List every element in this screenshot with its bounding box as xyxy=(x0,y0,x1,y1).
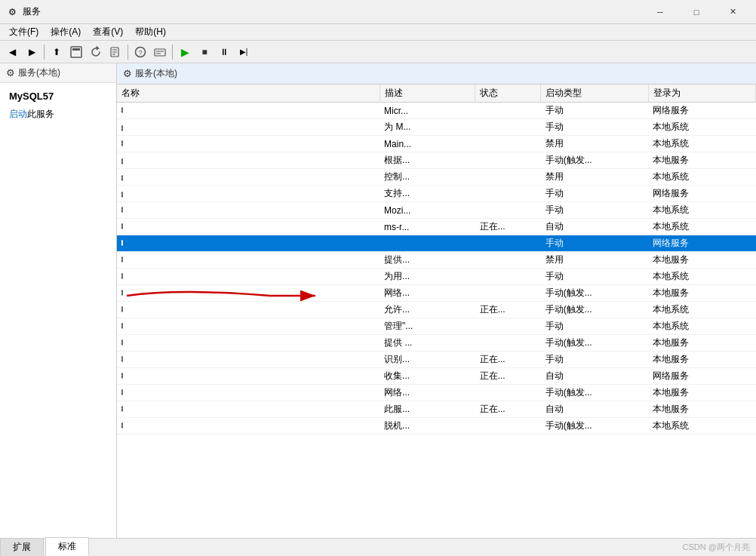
selected-service-title: MySQL57 xyxy=(9,91,107,102)
service-startup: 手动(触发... xyxy=(541,335,648,352)
service-desc xyxy=(380,235,475,252)
left-panel-title: 服务(本地) xyxy=(18,66,60,79)
menu-bar: 文件(F) 操作(A) 查看(V) 帮助(H) xyxy=(0,24,756,41)
service-status xyxy=(475,136,541,152)
properties-button[interactable] xyxy=(151,43,169,61)
table-row[interactable]: Microsoft Windows SMS 路... 根据... 手动(触发..… xyxy=(117,152,756,169)
table-row[interactable]: Microsoft 云标识服务 支持... 手动 网络服务 xyxy=(117,186,756,202)
service-startup: 自动 xyxy=(541,219,648,235)
service-desc: Main... xyxy=(380,136,475,152)
restart-service-button[interactable]: ▶| xyxy=(235,43,253,61)
col-header-startup[interactable]: 启动类型 xyxy=(541,84,648,103)
bottom-tabs: 扩展 标准 xyxy=(0,538,756,556)
tab-standard[interactable]: 标准 xyxy=(45,537,89,556)
service-desc: 允许... xyxy=(380,302,475,318)
col-header-status[interactable]: 状态 xyxy=(475,84,541,103)
service-login: 本地服务 xyxy=(648,385,755,401)
forward-button[interactable]: ▶ xyxy=(23,43,41,61)
table-row[interactable]: Network Location Awarene... 收集... 正在... … xyxy=(117,368,756,385)
service-login: 本地服务 xyxy=(648,152,755,169)
table-row[interactable]: Network List Service 识别... 正在... 手动 本地服务 xyxy=(117,352,756,368)
service-status xyxy=(475,318,541,335)
service-name: Microsoft 云标识服务 xyxy=(117,186,123,201)
col-header-login[interactable]: 登录为 xyxy=(648,84,755,103)
service-status xyxy=(475,269,541,285)
window-title: 服务 xyxy=(23,5,643,18)
menu-file[interactable]: 文件(F) xyxy=(3,24,45,40)
pause-service-button[interactable]: ⏸ xyxy=(215,43,233,61)
stop-service-button[interactable]: ■ xyxy=(195,43,214,61)
show-hide-button[interactable] xyxy=(67,43,85,61)
services-list: 名称 描述 状态 启动类型 登录为 Microsoft Storage Spac… xyxy=(117,84,756,435)
minimize-button[interactable]: ─ xyxy=(643,0,678,24)
table-row[interactable]: Microsoft Storage Spaces S... Micr... 手动… xyxy=(117,103,756,119)
table-row[interactable]: Microsoft Update Health S... Main... 禁用 … xyxy=(117,136,756,152)
service-desc: 此服... xyxy=(380,401,475,418)
table-row[interactable]: MySQL57 手动 网络服务 xyxy=(117,235,756,252)
service-name: Network Setup Service xyxy=(117,385,123,398)
table-row[interactable]: Network Connection Broker 允许... 正在... 手动… xyxy=(117,302,756,318)
maximize-button[interactable]: □ xyxy=(679,0,714,24)
service-login: 本地系统 xyxy=(648,318,755,335)
left-panel-icon: ⚙ xyxy=(6,67,15,78)
table-row[interactable]: Network Connections 管理"... 手动 本地系统 xyxy=(117,318,756,335)
table-row[interactable]: Network Setup Service 网络... 手动(触发... 本地服… xyxy=(117,385,756,401)
close-button[interactable]: ✕ xyxy=(715,0,750,24)
up-button[interactable]: ⬆ xyxy=(48,43,66,61)
service-login: 本地系统 xyxy=(648,269,755,285)
menu-help[interactable]: 帮助(H) xyxy=(129,24,172,40)
table-row[interactable]: Microsoft 键盘筛选器 控制... 禁用 本地系统 xyxy=(117,169,756,186)
col-header-name[interactable]: 名称 xyxy=(117,84,380,103)
table-row[interactable]: Netlogon 为用... 手动 本地系统 xyxy=(117,269,756,285)
service-name: Netlogon xyxy=(117,269,123,282)
table-row[interactable]: Offline Files 脱机... 手动(触发... 本地系统 xyxy=(117,418,756,435)
service-login: 网络服务 xyxy=(648,103,755,119)
tab-extend[interactable]: 扩展 xyxy=(0,538,44,556)
main-layout: ⚙ 服务(本地) MySQL57 启动此服务 ⚙ 服务(本地) 名称 描述 状态 xyxy=(0,63,756,538)
export-button[interactable] xyxy=(106,43,124,61)
start-service-suffix: 此服务 xyxy=(27,109,54,119)
service-login: 本地系统 xyxy=(648,202,755,219)
service-startup: 手动(触发... xyxy=(541,152,648,169)
start-service-link[interactable]: 启动 xyxy=(9,109,27,119)
table-row[interactable]: Network Store Interface Se... 此服... 正在..… xyxy=(117,401,756,418)
start-service-button[interactable]: ▶ xyxy=(176,43,194,61)
service-login: 本地系统 xyxy=(648,169,755,186)
back-button[interactable]: ◀ xyxy=(3,43,21,61)
table-row[interactable]: Network Connectivity Assis... 提供 ... 手动(… xyxy=(117,335,756,352)
right-panel-header: ⚙ 服务(本地) xyxy=(117,63,756,84)
service-status: 正在... xyxy=(475,368,541,385)
service-startup: 手动 xyxy=(541,318,648,335)
table-row[interactable]: Microsoft Store 安装服务 为 M... 手动 本地系统 xyxy=(117,119,756,136)
service-status xyxy=(475,335,541,352)
service-startup: 手动 xyxy=(541,186,648,202)
right-panel-icon: ⚙ xyxy=(123,68,132,79)
service-startup: 手动 xyxy=(541,103,648,119)
service-status xyxy=(475,169,541,186)
table-row[interactable]: Network Connected Devic... 网络... 手动(触发..… xyxy=(117,285,756,302)
table-row[interactable]: ms-resource:AppName ms-r... 正在... 自动 本地系… xyxy=(117,219,756,235)
service-status: 正在... xyxy=(475,401,541,418)
toolbar-sep-3 xyxy=(172,45,173,60)
service-name: Network Store Interface Se... xyxy=(117,401,123,415)
service-startup: 手动(触发... xyxy=(541,385,648,401)
help-button[interactable]: ? xyxy=(131,43,149,61)
table-row[interactable]: Mozilla Maintenance Service Mozi... 手动 本… xyxy=(117,202,756,219)
service-desc: 支持... xyxy=(380,186,475,202)
refresh-button[interactable] xyxy=(87,43,105,61)
service-status: 正在... xyxy=(475,302,541,318)
service-name: Network List Service xyxy=(117,352,123,365)
service-name: Microsoft 键盘筛选器 xyxy=(117,169,123,185)
table-row[interactable]: Net.Tcp Port Sharing Service 提供... 禁用 本地… xyxy=(117,252,756,269)
service-name: Network Connections xyxy=(117,318,123,332)
col-header-desc[interactable]: 描述 xyxy=(380,84,475,103)
service-name: Network Connection Broker xyxy=(117,302,123,315)
services-table[interactable]: 名称 描述 状态 启动类型 登录为 Microsoft Storage Spac… xyxy=(117,84,756,538)
menu-action[interactable]: 操作(A) xyxy=(45,24,87,40)
toolbar-sep-1 xyxy=(44,45,45,60)
menu-view[interactable]: 查看(V) xyxy=(87,24,129,40)
window-controls: ─ □ ✕ xyxy=(643,0,750,24)
service-desc: 收集... xyxy=(380,368,475,385)
service-startup: 自动 xyxy=(541,401,648,418)
service-login: 本地服务 xyxy=(648,401,755,418)
